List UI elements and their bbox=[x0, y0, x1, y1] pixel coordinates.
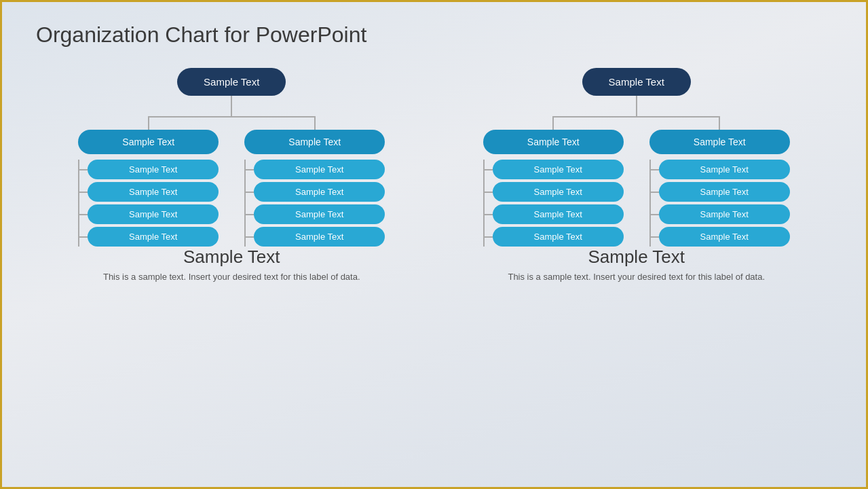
left-root-connector bbox=[231, 96, 232, 116]
left-footer-title: Sample Text bbox=[103, 247, 360, 268]
left-children-1: Sample Text Sample Text Sample Text Samp… bbox=[244, 160, 385, 247]
list-item: Sample Text bbox=[651, 204, 790, 224]
slide: Organization Chart for PowerPoint Sample… bbox=[2, 2, 866, 487]
left-level1-1: Sample Text bbox=[244, 130, 385, 154]
right-root-connector bbox=[636, 96, 637, 116]
right-branch-0: Sample Text Sample Text Sample Text Samp… bbox=[475, 116, 631, 247]
org-chart-right: Sample Text Sample Text Sample Text bbox=[441, 68, 833, 284]
right-footer-title: Sample Text bbox=[508, 247, 765, 268]
left-root-node: Sample Text bbox=[177, 68, 286, 96]
list-item: Sample Text bbox=[651, 227, 790, 247]
right-level1-1: Sample Text bbox=[649, 130, 790, 154]
left-branches: Sample Text Sample Text Sample Text Samp… bbox=[65, 116, 398, 247]
left-level1-0: Sample Text bbox=[78, 130, 219, 154]
list-item: Sample Text bbox=[79, 182, 219, 202]
left-footer-desc: This is a sample text. Insert your desir… bbox=[103, 270, 360, 284]
list-item: Sample Text bbox=[246, 182, 385, 202]
charts-container: Sample Text Sample Text Sample Text bbox=[36, 68, 832, 284]
left-branch-0: Sample Text Sample Text Sample Text Samp… bbox=[71, 116, 227, 247]
list-item: Sample Text bbox=[651, 182, 790, 202]
right-children-0: Sample Text Sample Text Sample Text Samp… bbox=[483, 160, 624, 247]
list-item: Sample Text bbox=[246, 204, 385, 224]
right-level1-0: Sample Text bbox=[483, 130, 624, 154]
list-item: Sample Text bbox=[246, 227, 385, 247]
list-item: Sample Text bbox=[485, 160, 624, 179]
right-children-1: Sample Text Sample Text Sample Text Samp… bbox=[649, 160, 790, 247]
right-branch-1: Sample Text Sample Text Sample Text Samp… bbox=[641, 116, 797, 247]
left-footer: Sample Text This is a sample text. Inser… bbox=[90, 247, 374, 284]
list-item: Sample Text bbox=[246, 160, 385, 179]
page-title: Organization Chart for PowerPoint bbox=[36, 22, 832, 48]
list-item: Sample Text bbox=[79, 160, 219, 179]
right-footer-desc: This is a sample text. Insert your desir… bbox=[508, 270, 765, 284]
list-item: Sample Text bbox=[79, 227, 219, 247]
list-item: Sample Text bbox=[79, 204, 219, 224]
list-item: Sample Text bbox=[485, 204, 624, 224]
left-children-0: Sample Text Sample Text Sample Text Samp… bbox=[78, 160, 219, 247]
left-branch-1: Sample Text Sample Text Sample Text Samp… bbox=[237, 116, 393, 247]
list-item: Sample Text bbox=[651, 160, 790, 179]
right-footer: Sample Text This is a sample text. Inser… bbox=[494, 247, 778, 284]
list-item: Sample Text bbox=[485, 182, 624, 202]
org-chart-left: Sample Text Sample Text Sample Text bbox=[36, 68, 428, 284]
right-root-node: Sample Text bbox=[582, 68, 691, 96]
list-item: Sample Text bbox=[485, 227, 624, 247]
right-branches: Sample Text Sample Text Sample Text Samp… bbox=[470, 116, 803, 247]
